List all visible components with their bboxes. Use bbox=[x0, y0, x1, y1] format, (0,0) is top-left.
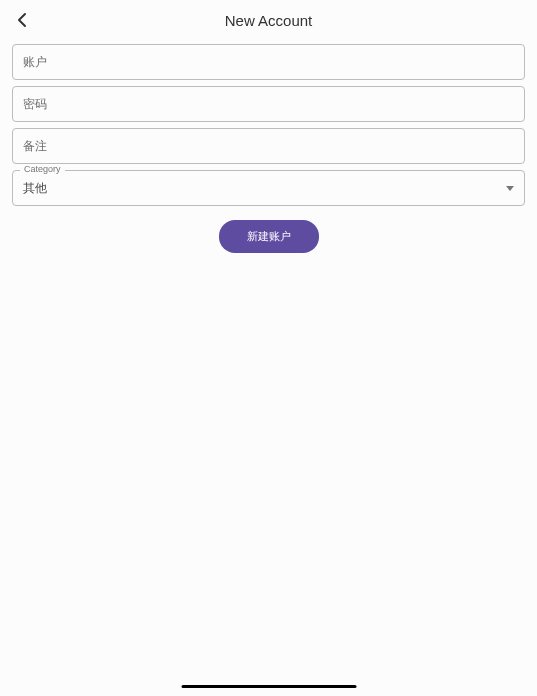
create-account-button[interactable]: 新建账户 bbox=[219, 220, 319, 253]
form-container: Category 其他 新建账户 bbox=[0, 40, 537, 253]
home-indicator bbox=[181, 685, 356, 688]
chevron-down-icon bbox=[506, 186, 514, 191]
category-value: 其他 bbox=[23, 180, 47, 197]
svg-marker-0 bbox=[506, 186, 514, 191]
chevron-left-icon bbox=[17, 12, 27, 28]
category-label: Category bbox=[20, 164, 65, 174]
password-input[interactable] bbox=[12, 86, 525, 122]
account-input[interactable] bbox=[12, 44, 525, 80]
category-select[interactable]: 其他 bbox=[12, 170, 525, 206]
page-title: New Account bbox=[0, 12, 537, 29]
header: New Account bbox=[0, 0, 537, 40]
back-button[interactable] bbox=[12, 10, 32, 30]
note-input[interactable] bbox=[12, 128, 525, 164]
category-select-wrapper: Category 其他 bbox=[12, 170, 525, 206]
